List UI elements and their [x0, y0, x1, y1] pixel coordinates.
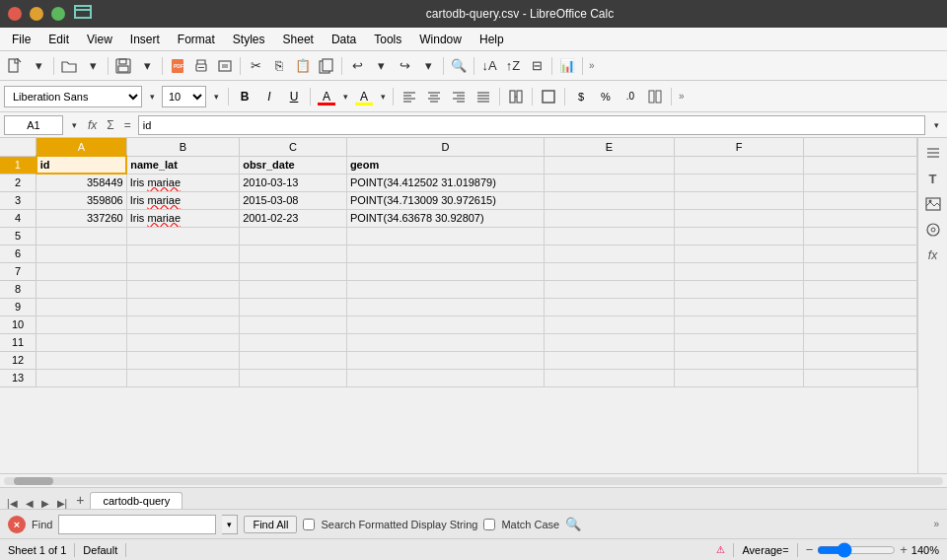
- cell-e3[interactable]: [545, 191, 675, 209]
- cell-ref-dropdown[interactable]: ▾: [67, 114, 81, 136]
- tab-nav-next[interactable]: ▶: [38, 498, 52, 509]
- findbar-more[interactable]: »: [933, 519, 939, 529]
- tab-nav-last[interactable]: ▶|: [54, 498, 71, 509]
- redo-dropdown[interactable]: ▾: [417, 55, 439, 77]
- cell-f2[interactable]: [674, 174, 804, 191]
- cell-d1[interactable]: geom: [346, 156, 544, 174]
- search-formatted-checkbox[interactable]: [303, 519, 315, 530]
- cell-d4[interactable]: POINT(34.63678 30.92807): [346, 209, 544, 227]
- cell-a3[interactable]: 359806: [36, 191, 127, 209]
- menu-window[interactable]: Window: [411, 31, 470, 48]
- bold-button[interactable]: B: [234, 86, 255, 107]
- cell-e2[interactable]: [545, 174, 675, 191]
- cell-b3[interactable]: Iris mariae: [126, 191, 239, 209]
- align-left-button[interactable]: [399, 86, 420, 107]
- print-button[interactable]: [190, 55, 212, 77]
- font-color-button[interactable]: A: [316, 86, 337, 107]
- percent-button[interactable]: %: [595, 86, 617, 107]
- align-center-button[interactable]: [423, 86, 445, 107]
- align-right-button[interactable]: [448, 86, 470, 107]
- find-close-button[interactable]: ×: [8, 516, 26, 533]
- justify-button[interactable]: [473, 86, 494, 107]
- font-dropdown[interactable]: ▾: [145, 86, 159, 107]
- function-wizard-icon[interactable]: fx: [85, 118, 100, 132]
- row-header-9[interactable]: 9: [0, 298, 36, 315]
- tab-nav-first[interactable]: |◀: [4, 498, 21, 509]
- cell-c2[interactable]: 2010-03-13: [240, 174, 347, 191]
- row-header-1[interactable]: 1: [0, 156, 36, 174]
- right-panel-image[interactable]: [922, 193, 944, 215]
- clone-button[interactable]: [316, 55, 337, 77]
- new-button[interactable]: [4, 55, 26, 77]
- cell-a2[interactable]: 358449: [36, 174, 127, 191]
- save-button[interactable]: [112, 55, 134, 77]
- formula-input[interactable]: id: [138, 115, 925, 135]
- cell-d2[interactable]: POINT(34.412502 31.019879): [346, 174, 544, 191]
- chart-button[interactable]: 📊: [556, 55, 578, 77]
- col-header-b[interactable]: B: [126, 138, 239, 156]
- row-header-13[interactable]: 13: [0, 369, 36, 386]
- font-color-dropdown[interactable]: ▾: [340, 86, 350, 107]
- cell-e1[interactable]: [545, 156, 675, 174]
- save-dropdown[interactable]: ▾: [136, 55, 158, 77]
- cell-f4[interactable]: [674, 209, 804, 227]
- open-dropdown[interactable]: ▾: [82, 55, 104, 77]
- menu-styles[interactable]: Styles: [225, 31, 273, 48]
- sort-desc-button[interactable]: ↑Z: [502, 55, 524, 77]
- menu-format[interactable]: Format: [170, 31, 223, 48]
- toolbar-more[interactable]: »: [589, 60, 595, 71]
- cell-b4[interactable]: Iris mariae: [126, 209, 239, 227]
- zoom-slider[interactable]: [817, 542, 896, 558]
- cell-c1[interactable]: obsr_date: [240, 156, 347, 174]
- autofilter-button[interactable]: ⊟: [526, 55, 547, 77]
- row-header-3[interactable]: 3: [0, 191, 36, 209]
- menu-edit[interactable]: Edit: [40, 31, 77, 48]
- scroll-track[interactable]: [4, 477, 943, 485]
- row-header-12[interactable]: 12: [0, 351, 36, 369]
- font-size-select[interactable]: 10: [162, 86, 206, 107]
- italic-button[interactable]: I: [258, 86, 280, 107]
- cell-a1[interactable]: id: [36, 156, 127, 174]
- menu-sheet[interactable]: Sheet: [275, 31, 322, 48]
- cell-c4[interactable]: 2001-02-23: [240, 209, 347, 227]
- underline-button[interactable]: U: [283, 86, 305, 107]
- row-header-5[interactable]: 5: [0, 227, 36, 245]
- col-header-f[interactable]: F: [674, 138, 804, 156]
- formula-scroll[interactable]: ▾: [929, 114, 943, 136]
- font-family-select[interactable]: Liberation Sans: [4, 86, 142, 107]
- decimal-button[interactable]: .0: [619, 86, 641, 107]
- cell-c3[interactable]: 2015-03-08: [240, 191, 347, 209]
- row-header-2[interactable]: 2: [0, 174, 36, 191]
- row-header-7[interactable]: 7: [0, 262, 36, 280]
- close-button[interactable]: [8, 7, 22, 21]
- cell-e4[interactable]: [545, 209, 675, 227]
- redo-button[interactable]: ↪: [394, 55, 415, 77]
- menu-file[interactable]: File: [4, 31, 38, 48]
- pdf-button[interactable]: PDF: [167, 55, 188, 77]
- menu-help[interactable]: Help: [472, 31, 512, 48]
- zoom-out-button[interactable]: −: [806, 542, 814, 557]
- right-panel-styles[interactable]: [922, 142, 944, 164]
- new-dropdown[interactable]: ▾: [28, 55, 49, 77]
- col-header-a[interactable]: A: [36, 138, 127, 156]
- find-all-button[interactable]: Find All: [244, 516, 297, 533]
- menu-tools[interactable]: Tools: [366, 31, 409, 48]
- match-case-checkbox[interactable]: [483, 519, 495, 530]
- right-panel-draw[interactable]: [922, 219, 944, 241]
- undo-dropdown[interactable]: ▾: [370, 55, 392, 77]
- currency-button[interactable]: $: [570, 86, 592, 107]
- sort-asc-button[interactable]: ↓A: [478, 55, 500, 77]
- open-button[interactable]: [58, 55, 80, 77]
- row-header-6[interactable]: 6: [0, 245, 36, 262]
- col-header-e[interactable]: E: [545, 138, 675, 156]
- thousands-button[interactable]: [644, 86, 666, 107]
- find-input[interactable]: [58, 515, 216, 534]
- menu-insert[interactable]: Insert: [122, 31, 168, 48]
- find-search-icon[interactable]: 🔍: [565, 517, 581, 531]
- cell-d3[interactable]: POINT(34.713009 30.972615): [346, 191, 544, 209]
- col-header-c[interactable]: C: [240, 138, 347, 156]
- right-panel-text[interactable]: T: [922, 168, 944, 189]
- equals-icon[interactable]: =: [121, 118, 134, 132]
- paste-button[interactable]: 📋: [292, 55, 314, 77]
- row-header-11[interactable]: 11: [0, 333, 36, 351]
